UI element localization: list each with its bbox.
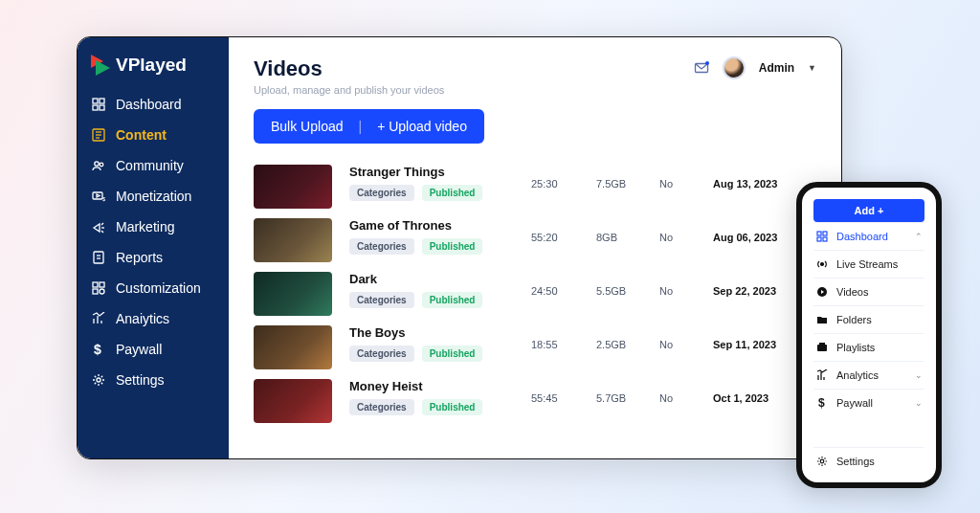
flag-cell: No — [659, 218, 703, 243]
flag-cell: No — [659, 379, 703, 404]
mobile-item-paywall[interactable]: $ Paywall ⌄ — [813, 389, 924, 416]
status-badge: Published — [422, 238, 483, 255]
sidebar-item-reports[interactable]: Reports — [78, 242, 229, 273]
sidebar-item-label: Paywall — [116, 342, 162, 357]
mobile-item-playlists[interactable]: Playlists — [813, 333, 924, 361]
settings-icon — [91, 372, 106, 388]
status-badge: Published — [422, 185, 483, 201]
thumbnail — [254, 325, 332, 369]
customization-icon — [91, 280, 106, 296]
mobile-item-live-streams[interactable]: Live Streams — [813, 250, 924, 278]
size-cell: 5.5GB — [596, 272, 650, 297]
thumbnail — [254, 272, 332, 316]
main-content: Videos Upload, manage and publish your v… — [229, 37, 841, 458]
mobile-item-label: Dashboard — [836, 231, 888, 242]
mobile-item-dashboard[interactable]: Dashboard ⌃ — [813, 222, 924, 250]
date-cell: Sep 22, 2023 — [713, 272, 799, 297]
table-row[interactable]: Game of Thrones CategoriesPublished 55:2… — [254, 218, 816, 262]
mobile-item-settings[interactable]: Settings — [813, 447, 924, 475]
table-row[interactable]: Dark CategoriesPublished 24:50 5.5GB No … — [254, 272, 816, 316]
mobile-item-folders[interactable]: Folders — [813, 305, 924, 333]
sidebar-item-label: Settings — [116, 372, 165, 388]
flag-cell: No — [659, 165, 703, 190]
mobile-item-label: Settings — [836, 456, 875, 467]
sidebar-item-customization[interactable]: Customization — [78, 273, 229, 303]
sidebar-item-monetization[interactable]: $ Monetization — [78, 181, 229, 212]
playlist-icon — [815, 341, 829, 354]
svg-rect-1 — [100, 99, 104, 103]
user-role: Admin — [759, 61, 794, 75]
upload-video-button[interactable]: + Upload video — [377, 119, 467, 134]
size-cell: 5.7GB — [596, 379, 650, 404]
bulk-upload-button[interactable]: Bulk Upload — [271, 119, 344, 134]
reports-icon — [91, 250, 106, 265]
svg-rect-20 — [100, 282, 104, 287]
svg-point-43 — [820, 459, 824, 463]
video-title: Money Heist — [349, 379, 522, 393]
page-title: Videos — [254, 56, 444, 81]
mobile-item-label: Playlists — [836, 342, 875, 353]
mobile-item-label: Live Streams — [836, 258, 898, 270]
svg-point-22 — [100, 289, 104, 294]
chevron-down-icon[interactable]: ▼ — [808, 63, 816, 73]
avatar[interactable] — [723, 56, 746, 79]
categories-tag[interactable]: Categories — [349, 399, 414, 415]
video-icon — [815, 285, 829, 299]
categories-tag[interactable]: Categories — [349, 185, 414, 201]
video-title: The Boys — [349, 325, 522, 340]
sidebar-item-marketing[interactable]: Marketing — [78, 212, 229, 242]
mobile-item-label: Analytics — [836, 369, 879, 381]
sidebar-item-community[interactable]: Community — [78, 150, 229, 181]
duration-cell: 55:20 — [531, 218, 587, 243]
svg-rect-30 — [817, 232, 821, 235]
table-row[interactable]: Stranger Things Categories Published 25:… — [254, 165, 816, 209]
separator: | — [359, 119, 363, 134]
svg-rect-10 — [93, 192, 102, 199]
chevron-down-icon: ⌄ — [915, 398, 923, 408]
sidebar-item-analytics[interactable]: Anaiytics — [78, 303, 229, 334]
mail-icon[interactable] — [694, 60, 709, 76]
svg-point-9 — [100, 163, 103, 167]
duration-cell: 55:45 — [531, 379, 587, 404]
sidebar-item-paywall[interactable]: $ Paywall — [78, 334, 229, 365]
mobile-item-analytics[interactable]: Analytics ⌄ — [813, 361, 924, 389]
sidebar-item-settings[interactable]: Settings — [78, 365, 229, 395]
mobile-item-videos[interactable]: Videos — [813, 278, 924, 305]
sidebar-item-label: Anaiytics — [116, 311, 169, 326]
categories-tag[interactable]: Categories — [349, 292, 414, 308]
thumbnail — [254, 218, 332, 262]
date-cell: Oct 1, 2023 — [713, 379, 799, 404]
svg-rect-38 — [819, 343, 825, 345]
page-subtitle: Upload, manage and publish your videos — [254, 84, 444, 96]
video-table: Stranger Things Categories Published 25:… — [254, 165, 816, 423]
thumbnail — [254, 379, 332, 423]
date-cell: Sep 11, 2023 — [713, 325, 799, 350]
flag-cell: No — [659, 272, 703, 297]
status-badge: Published — [422, 399, 483, 415]
video-title: Stranger Things — [349, 165, 522, 179]
video-title: Dark — [349, 272, 522, 286]
table-row[interactable]: Money Heist CategoriesPublished 55:45 5.… — [254, 379, 816, 423]
mobile-preview: Add + Dashboard ⌃ Live Streams Videos Fo… — [796, 182, 942, 488]
topbar: Videos Upload, manage and publish your v… — [254, 56, 816, 96]
svg-rect-21 — [93, 289, 98, 294]
monetization-icon: $ — [91, 189, 106, 204]
duration-cell: 18:55 — [531, 325, 587, 350]
sidebar-item-content[interactable]: Content — [78, 120, 229, 150]
community-icon — [91, 158, 106, 173]
dashboard-icon — [91, 97, 106, 112]
add-button[interactable]: Add + — [813, 199, 924, 222]
categories-tag[interactable]: Categories — [349, 346, 414, 362]
flag-cell: No — [659, 325, 703, 350]
categories-tag[interactable]: Categories — [349, 238, 414, 255]
svg-rect-19 — [93, 282, 98, 287]
video-title: Game of Thrones — [349, 218, 522, 233]
sidebar-item-dashboard[interactable]: Dashboard — [78, 89, 229, 120]
svg-rect-16 — [94, 252, 103, 263]
table-row[interactable]: The Boys CategoriesPublished 18:55 2.5GB… — [254, 325, 816, 369]
paywall-icon: $ — [815, 396, 829, 410]
size-cell: 8GB — [596, 218, 650, 243]
analytics-icon — [91, 311, 106, 326]
play-logo-icon — [91, 55, 110, 76]
paywall-icon: $ — [91, 342, 106, 357]
